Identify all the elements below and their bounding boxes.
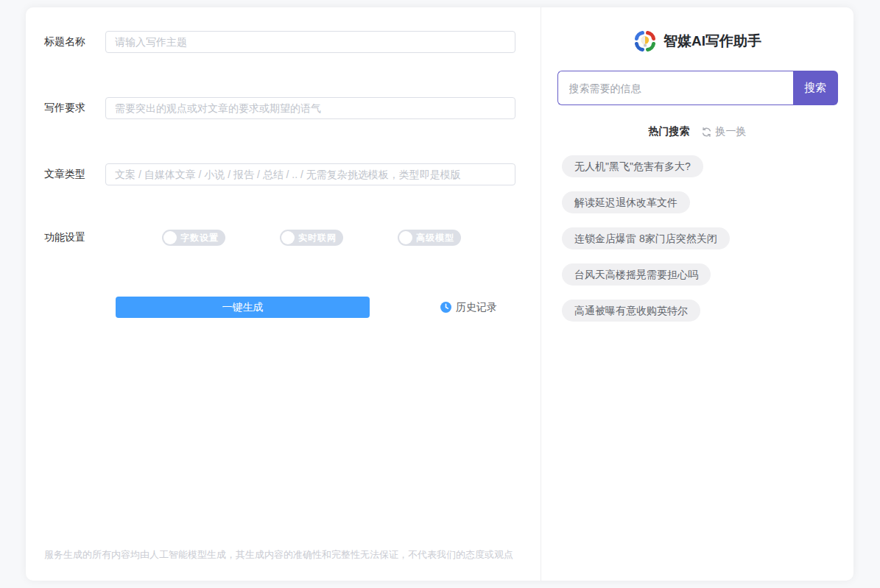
disclaimer-text: 服务生成的所有内容均由人工智能模型生成，其生成内容的准确性和完整性无法保证，不代… — [44, 548, 513, 562]
hot-search-row: 热门搜索 换一换 — [649, 125, 747, 138]
hot-search-tags: 无人机"黑飞"危害有多大? 解读延迟退休改革文件 连锁金店爆雷 8家门店突然关闭… — [562, 155, 730, 322]
history-link[interactable]: 历史记录 — [440, 301, 497, 314]
toggle-knob — [399, 231, 412, 244]
hot-search-tag[interactable]: 高通被曝有意收购英特尔 — [562, 300, 700, 322]
action-row: 一键生成 历史记录 — [116, 297, 541, 318]
requirements-field-label: 写作要求 — [44, 102, 105, 115]
toggle-knob — [281, 231, 295, 244]
form-row-title: 标题名称 — [44, 31, 541, 53]
hot-search-tag[interactable]: 连锁金店爆雷 8家门店突然关闭 — [562, 227, 730, 249]
requirements-input[interactable] — [105, 97, 515, 119]
toggle-word-count[interactable]: 字数设置 — [162, 230, 225, 246]
brand-header: 智媒AI写作助手 — [633, 29, 761, 53]
search-button[interactable]: 搜索 — [793, 71, 838, 105]
settings-toggles: 字数设置 实时联网 高级模型 — [162, 230, 461, 246]
search-panel: 智媒AI写作助手 搜索 热门搜索 换一换 无人机"黑飞"危害有多大? 解读延迟退… — [541, 7, 853, 581]
hot-search-tag[interactable]: 台风天高楼摇晃需要担心吗 — [562, 263, 711, 286]
form-row-settings: 功能设置 字数设置 实时联网 高级模型 — [44, 230, 541, 246]
title-field-label: 标题名称 — [44, 35, 105, 49]
form-row-article-type: 文章类型 — [44, 163, 541, 185]
article-type-field-label: 文章类型 — [44, 168, 105, 181]
toggle-knob — [163, 231, 177, 244]
toggle-realtime-web-label: 实时联网 — [298, 232, 337, 244]
writer-form-panel: 标题名称 写作要求 文章类型 功能设置 字数设置 实时联网 — [26, 7, 541, 581]
search-input[interactable] — [557, 71, 793, 105]
settings-label: 功能设置 — [44, 231, 105, 244]
hot-search-tag[interactable]: 解读延迟退休改革文件 — [562, 191, 690, 213]
main-card: 标题名称 写作要求 文章类型 功能设置 字数设置 实时联网 — [26, 7, 853, 581]
toggle-word-count-label: 字数设置 — [180, 232, 219, 244]
hot-search-label: 热门搜索 — [649, 125, 690, 138]
form-row-requirements: 写作要求 — [44, 97, 541, 119]
toggle-realtime-web[interactable]: 实时联网 — [280, 230, 343, 246]
toggle-advanced-model[interactable]: 高级模型 — [398, 230, 461, 246]
clock-icon — [440, 302, 451, 313]
title-input[interactable] — [105, 31, 515, 53]
generate-button[interactable]: 一键生成 — [116, 297, 370, 318]
refresh-tags-label: 换一换 — [716, 125, 747, 138]
refresh-icon — [701, 127, 712, 138]
history-link-label: 历史记录 — [456, 301, 497, 314]
search-box: 搜索 — [557, 71, 838, 105]
app-logo-icon — [633, 29, 657, 53]
refresh-tags-button[interactable]: 换一换 — [701, 125, 747, 138]
toggle-advanced-model-label: 高级模型 — [416, 232, 454, 244]
hot-search-tag[interactable]: 无人机"黑飞"危害有多大? — [562, 155, 703, 177]
article-type-input[interactable] — [105, 163, 515, 185]
app-title: 智媒AI写作助手 — [663, 32, 761, 51]
